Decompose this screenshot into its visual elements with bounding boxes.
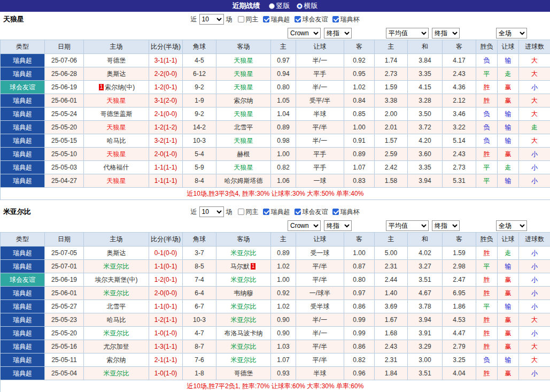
handicap-line-cell: 半/一 xyxy=(296,327,344,340)
handicap-line-cell: 半球 xyxy=(296,367,344,380)
team-name: 北雪平 xyxy=(234,124,253,131)
handicap-line-cell: 半球 xyxy=(296,107,344,121)
handicap-result-cell: 赢 xyxy=(498,148,519,161)
match-type-cell: 瑞典超 xyxy=(1,134,45,148)
score-cell: 1-1(1-1) xyxy=(149,174,183,188)
radio-horizontal-layout[interactable]: 横版 xyxy=(297,1,318,11)
match-row: 瑞典超25-05-03代格福什1-1(1-1)5-9天狼星0.82平手1.072… xyxy=(1,161,550,174)
score-cell: 3-2(1-1) xyxy=(149,134,183,148)
recent-count-select[interactable]: 10 xyxy=(199,206,224,217)
odds-period-select[interactable]: 终指 xyxy=(324,220,352,231)
handicap-result-cell: 输 xyxy=(498,300,519,313)
checkbox-icon xyxy=(295,16,301,22)
win-loss-result-cell: 胜 xyxy=(476,81,498,94)
recent-count-select[interactable]: 10 xyxy=(199,14,224,25)
avg-draw-odds-cell: 4.20 xyxy=(408,134,443,148)
corners-cell: 7-6 xyxy=(183,353,216,367)
handicap-result-cell: 输 xyxy=(498,260,519,273)
match-row: 瑞典超25-07-01米亚尔比1-1(0-1)8-5马尔默11.02平/半0.8… xyxy=(1,260,550,273)
checkbox-label: 球会友谊 xyxy=(303,207,328,217)
handicap-result-cell: 赢 xyxy=(498,313,519,327)
match-scope-select[interactable]: 全场 xyxy=(496,28,527,39)
near-label: 近 xyxy=(191,207,197,217)
avg-draw-odds-cell: 3.29 xyxy=(408,340,443,353)
filter-checkbox-item[interactable]: 瑞典杯 xyxy=(332,207,360,217)
goals-over-under-cell: 小 xyxy=(519,273,550,287)
match-type-cell: 瑞典超 xyxy=(1,287,45,300)
checkbox-label: 瑞典超 xyxy=(271,207,290,217)
home-team-cell: 尤尔加登 xyxy=(84,340,149,353)
games-label: 场 xyxy=(226,15,233,24)
home-handicap-odds-cell: 0.89 xyxy=(271,247,296,260)
home-team-cell: 天狼星 xyxy=(84,174,149,188)
win-loss-result-cell: 胜 xyxy=(476,327,498,340)
corners-cell: 14-2 xyxy=(183,121,216,134)
date-cell: 25-05-15 xyxy=(45,134,84,148)
filter-checkbox-item[interactable]: 瑞典超 xyxy=(263,15,290,24)
corners-cell: 6-4 xyxy=(183,287,216,300)
filter-checkbox-item[interactable]: 瑞典杯 xyxy=(332,15,360,24)
average-period-select[interactable]: 终指 xyxy=(432,28,460,39)
odds-company-select[interactable]: Crown xyxy=(288,220,321,231)
handicap-result-cell: 走 xyxy=(498,161,519,174)
average-period-select[interactable]: 终指 xyxy=(432,220,460,231)
filter-checkbox-item[interactable]: 球会友谊 xyxy=(295,15,328,24)
filter-checkbox-item[interactable]: 同主 xyxy=(238,207,259,217)
date-cell: 25-07-01 xyxy=(45,260,84,273)
handicap-result-cell: 赢 xyxy=(498,340,519,353)
filter-checkbox-item[interactable]: 球会友谊 xyxy=(295,207,328,217)
home-handicap-odds-cell: 1.02 xyxy=(271,300,296,313)
corners-cell: 6-7 xyxy=(183,300,216,313)
team-name: 天狼星 xyxy=(234,137,253,144)
avg-home-odds-cell: 3.69 xyxy=(375,300,408,313)
summary-text: 近10场,胜3平3负4, 胜率:30% 让球率:30% 大率:50% 单率:40… xyxy=(1,188,550,200)
match-row: 瑞典超25-07-06哥德堡3-1(1-1)4-5天狼星0.97半/一0.921… xyxy=(1,54,550,67)
home-team-cell: 米亚尔比 xyxy=(84,260,149,273)
filter-checkbox-item[interactable]: 同主 xyxy=(238,15,259,24)
checkbox-label: 瑞典超 xyxy=(271,15,290,24)
team-name: 天狼星 xyxy=(234,110,253,118)
home-handicap-odds-cell: 1.06 xyxy=(271,174,296,188)
avg-draw-odds-cell: 3.72 xyxy=(408,121,443,134)
section-header: 米亚尔比 近 10 场 同主瑞典超球会友谊瑞典杯 xyxy=(0,204,550,219)
average-odds-select[interactable]: 平均值 xyxy=(386,28,429,39)
home-handicap-odds-cell: 1.04 xyxy=(271,107,296,121)
odds-period-select[interactable]: 终指 xyxy=(324,28,352,39)
win-loss-result-cell: 平 xyxy=(476,67,498,81)
average-odds-select[interactable]: 平均值 xyxy=(386,220,429,231)
home-team-cell: 哈马比 xyxy=(84,134,149,148)
date-cell: 25-06-01 xyxy=(45,287,84,300)
team-name: 天狼星 xyxy=(234,57,253,64)
team-name: 天狼星 xyxy=(107,150,126,158)
column-header: 胜负 xyxy=(476,40,498,54)
corners-cell: 4-7 xyxy=(183,327,216,340)
match-type-cell: 瑞典超 xyxy=(1,148,45,161)
filter-checkbox-item[interactable]: 瑞典超 xyxy=(263,207,290,217)
handicap-result-cell: 输 xyxy=(498,54,519,67)
avg-draw-odds-cell: 4.15 xyxy=(408,81,443,94)
column-header: 胜负 xyxy=(476,233,498,247)
home-handicap-odds-cell: 0.90 xyxy=(271,327,296,340)
column-header: 比分(半场) xyxy=(149,40,183,54)
score-cell: 1-1(0-1) xyxy=(149,300,183,313)
avg-draw-odds-cell: 3.60 xyxy=(408,148,443,161)
win-loss-result-cell: 负 xyxy=(476,107,498,121)
away-handicap-odds-cell: 0.91 xyxy=(344,134,375,148)
checkbox-label: 球会友谊 xyxy=(303,15,328,24)
away-handicap-odds-cell: 0.97 xyxy=(344,287,375,300)
odds-company-select[interactable]: Crown xyxy=(288,28,321,39)
score-cell: 1-2(1-1) xyxy=(149,313,183,327)
team-name: 韦纳穆 xyxy=(234,289,253,297)
radio-vertical-layout[interactable]: 竖版 xyxy=(269,1,290,11)
away-handicap-odds-cell: 0.84 xyxy=(344,94,375,107)
match-scope-select[interactable]: 全场 xyxy=(496,220,527,231)
avg-draw-odds-cell: 3.35 xyxy=(408,67,443,81)
goals-over-under-cell: 大 xyxy=(519,94,550,107)
goals-over-under-cell: 小 xyxy=(519,81,550,94)
avg-draw-odds-cell: 3.28 xyxy=(408,94,443,107)
goals-over-under-cell: 大 xyxy=(519,353,550,367)
avg-draw-odds-cell: 3.51 xyxy=(408,273,443,287)
away-handicap-odds-cell: 0.92 xyxy=(344,54,375,67)
match-type-cell: 瑞典超 xyxy=(1,161,45,174)
away-team-cell: 哥德堡 xyxy=(216,367,271,380)
